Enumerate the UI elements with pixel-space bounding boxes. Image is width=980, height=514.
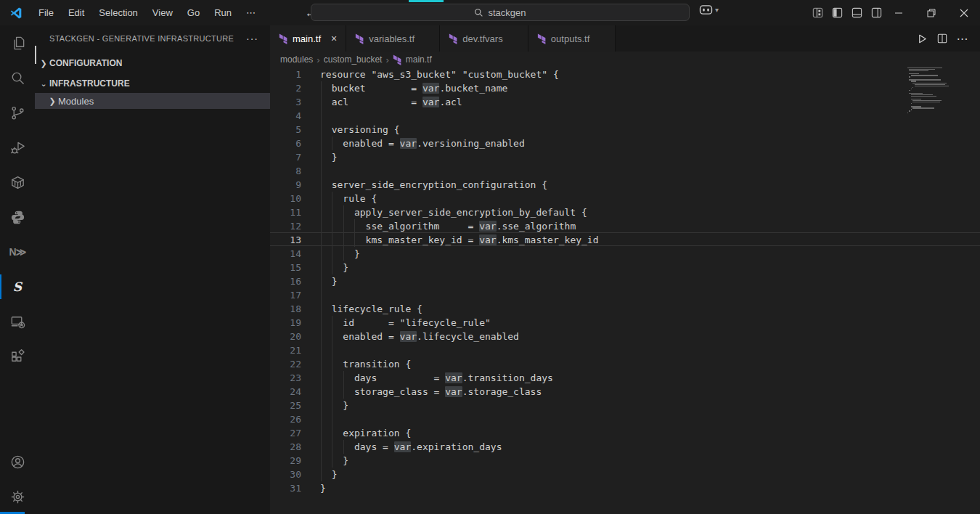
sidebar: STACKGEN - GENERATIVE INFRASTRUCTURE ···… <box>35 25 270 514</box>
container-icon[interactable] <box>0 165 35 200</box>
indent-guide <box>332 233 332 247</box>
code-line[interactable] <box>320 164 980 178</box>
code-line[interactable]: versioning { <box>320 123 980 136</box>
line-number: 13 <box>270 233 301 247</box>
code-line[interactable] <box>320 288 980 302</box>
explorer-icon[interactable] <box>0 25 35 60</box>
word-highlight: var <box>422 83 439 94</box>
indent-guide <box>343 385 344 399</box>
source-control-icon[interactable] <box>0 95 35 130</box>
tab-dev.tfvars[interactable]: dev.tfvars× <box>440 25 528 52</box>
code-line[interactable] <box>320 343 980 357</box>
code-line[interactable]: } <box>320 468 980 481</box>
tab-variables.tf[interactable]: variables.tf× <box>346 25 440 52</box>
code-line[interactable]: enabled = var.lifecycle_enabled <box>320 330 980 343</box>
code-editor[interactable]: 1234567891011121314151617181920212223242… <box>270 68 980 514</box>
menu-item-file[interactable]: File <box>31 0 61 25</box>
settings-icon[interactable] <box>0 479 35 514</box>
indent-guide <box>321 123 322 136</box>
toggle-primary-sidebar-icon[interactable] <box>828 4 847 23</box>
code-line[interactable]: } <box>320 481 980 495</box>
code-line[interactable]: } <box>320 454 980 468</box>
menu-item-edit[interactable]: Edit <box>61 0 91 25</box>
line-number: 26 <box>270 412 301 426</box>
copilot-menu[interactable]: ▾ <box>699 4 719 15</box>
tab-outputs.tf[interactable]: outputs.tf× <box>528 25 616 52</box>
code-line[interactable]: storage_class = var.storage_class <box>320 385 980 399</box>
line-number: 20 <box>270 330 301 343</box>
code-line[interactable]: resource "aws_s3_bucket" "custom_bucket"… <box>320 68 980 81</box>
code-line[interactable]: } <box>320 247 980 261</box>
code-line[interactable]: lifecycle_rule { <box>320 302 980 316</box>
more-actions-icon[interactable]: ··· <box>243 33 261 44</box>
menu-item-view[interactable]: View <box>145 0 180 25</box>
tree-item-modules[interactable]: ❯ Modules <box>35 93 270 109</box>
search-icon[interactable] <box>0 60 35 95</box>
minimize-icon[interactable] <box>882 0 915 25</box>
minimap-line <box>909 110 910 111</box>
code-line[interactable]: transition { <box>320 357 980 371</box>
minimap-line <box>911 96 937 97</box>
code-line[interactable]: sse_algorithm = var.sse_algorithm <box>320 219 980 233</box>
indent-guide <box>321 219 322 233</box>
tab-label: dev.tfvars <box>462 33 502 44</box>
menu-item-go[interactable]: Go <box>180 0 207 25</box>
line-number: 22 <box>270 357 301 371</box>
stackgen-icon[interactable]: S <box>0 269 35 304</box>
code-line[interactable]: bucket = var.bucket_name <box>320 81 980 95</box>
code-line[interactable] <box>320 109 980 123</box>
python-icon[interactable] <box>0 200 35 234</box>
toggle-panel-icon[interactable] <box>847 4 867 23</box>
indent-guide <box>332 426 332 440</box>
code-line[interactable]: server_side_encryption_configuration { <box>320 178 980 192</box>
tab-close-icon[interactable]: × <box>331 33 337 44</box>
code-line[interactable]: kms_master_key_id = var.kms_master_key_i… <box>320 233 980 247</box>
menu-item-selection[interactable]: Selection <box>91 0 144 25</box>
code-line[interactable]: apply_server_side_encryption_by_default … <box>320 205 980 219</box>
extensions-icon[interactable] <box>0 339 35 374</box>
breadcrumb-item-modules[interactable]: modules <box>280 54 313 65</box>
indent-guide <box>321 440 322 454</box>
customize-layout-icon[interactable] <box>808 4 828 23</box>
code-line[interactable]: } <box>320 274 980 288</box>
code-line[interactable]: enabled = var.versioning_enabled <box>320 136 980 150</box>
tab-main.tf[interactable]: main.tf× <box>270 25 346 52</box>
more-actions-icon[interactable]: ⋯ <box>952 28 973 49</box>
account-icon[interactable] <box>0 444 35 479</box>
close-icon[interactable] <box>947 0 980 25</box>
code-line[interactable]: rule { <box>320 192 980 205</box>
minimap-line <box>911 75 938 76</box>
indent-guide <box>332 454 332 468</box>
section-configuration[interactable]: ❯ CONFIGURATION <box>35 55 270 71</box>
code-line[interactable]: } <box>320 399 980 412</box>
indent-guide <box>321 95 322 109</box>
remote-explorer-icon[interactable] <box>0 304 35 339</box>
section-infrastructure[interactable]: ⌄ INFRASTRUCTURE <box>35 76 270 91</box>
minimap-line <box>911 89 912 89</box>
chevron-down-icon: ▾ <box>715 6 719 14</box>
indent-guide <box>332 371 332 385</box>
code-line[interactable]: days = var.transition_days <box>320 371 980 385</box>
line-number-gutter: 1234567891011121314151617181920212223242… <box>270 68 301 495</box>
split-editor-icon[interactable] <box>932 28 952 49</box>
code-line[interactable]: } <box>320 150 980 164</box>
run-debug-icon[interactable] <box>0 130 35 165</box>
code-line[interactable]: days = var.expiration_days <box>320 440 980 454</box>
minimap-line <box>911 103 912 104</box>
code-line[interactable] <box>320 412 980 426</box>
run-button[interactable] <box>912 28 932 49</box>
indent-guide <box>321 205 322 219</box>
code-line[interactable]: acl = var.acl <box>320 95 980 109</box>
code-line[interactable]: } <box>320 261 980 274</box>
command-center-search[interactable]: stackgen <box>311 4 690 21</box>
code-line[interactable]: id = "lifecycle_rule" <box>320 316 980 330</box>
minimap[interactable] <box>905 68 980 514</box>
line-number: 31 <box>270 481 301 495</box>
breadcrumb-item-custom_bucket[interactable]: custom_bucket <box>324 54 383 65</box>
menu-item-run[interactable]: Run <box>207 0 239 25</box>
breadcrumb-item-main.tf[interactable]: main.tf <box>393 54 432 65</box>
restore-icon[interactable] <box>915 0 947 25</box>
menu-overflow-icon[interactable]: ⋯ <box>239 0 263 25</box>
code-line[interactable]: expiration { <box>320 426 980 440</box>
nx-icon[interactable]: N≫ <box>0 234 35 269</box>
